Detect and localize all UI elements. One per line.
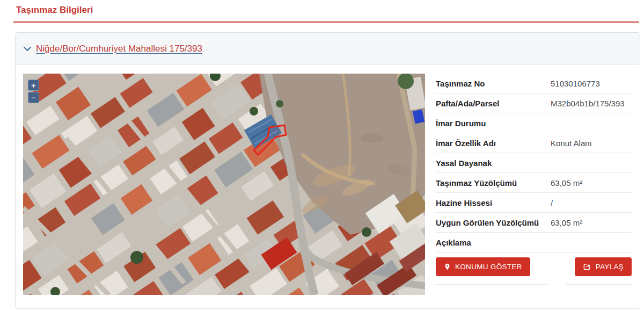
share-label: PAYLAŞ	[596, 263, 624, 271]
show-location-cell: KONUMU GÖSTER	[436, 257, 547, 285]
card-body: + − Taşınmaz No 51030106773 Pafta/Ada/Pa…	[16, 65, 640, 308]
share-cell: PAYLAŞ	[566, 257, 632, 285]
row-value: 51030106773	[551, 79, 600, 88]
table-row: Taşınmaz No 51030106773	[436, 74, 632, 93]
row-label: Yasal Dayanak	[436, 158, 551, 168]
property-card: Niğde/Bor/Cumhuriyet Mahallesi 175/393	[15, 32, 640, 309]
table-row: Taşınmaz Yüzölçümü 63,05 m²	[436, 173, 632, 193]
row-label: Hazine Hissesi	[436, 198, 551, 207]
show-location-button[interactable]: KONUMU GÖSTER	[436, 257, 530, 276]
property-collapse-header[interactable]: Niğde/Bor/Cumhuriyet Mahallesi 175/393	[16, 33, 640, 65]
actions-row: KONUMU GÖSTER PAYLAŞ	[436, 257, 632, 285]
row-value: 63,05 m²	[551, 218, 582, 227]
property-details-table: Taşınmaz No 51030106773 Pafta/Ada/Parsel…	[436, 74, 632, 295]
row-value: M32b04b1b/175/393	[551, 99, 625, 108]
row-value: /	[551, 198, 553, 207]
table-row: İmar Özellik Adı Konut Alanı	[436, 133, 632, 153]
row-label: Açıklama	[436, 238, 551, 247]
show-location-label: KONUMU GÖSTER	[455, 263, 522, 271]
row-label: İmar Özellik Adı	[436, 139, 551, 148]
row-label: İmar Durumu	[436, 119, 551, 128]
table-row: Yasal Dayanak	[436, 153, 632, 173]
table-row: İmar Durumu	[436, 113, 632, 133]
property-location-link[interactable]: Niğde/Bor/Cumhuriyet Mahallesi 175/393	[36, 44, 202, 54]
row-label: Uygun Görülen Yüzölçümü	[436, 218, 551, 227]
satellite-map[interactable]: + −	[23, 74, 425, 295]
chevron-down-icon[interactable]	[23, 45, 32, 53]
map-zoom-in-button[interactable]: +	[28, 80, 39, 91]
share-button[interactable]: PAYLAŞ	[575, 257, 632, 276]
satellite-map-image	[23, 74, 425, 295]
table-row: Uygun Görülen Yüzölçümü 63,05 m²	[436, 213, 632, 233]
title-divider	[13, 21, 639, 23]
row-value: Konut Alanı	[551, 139, 592, 148]
map-zoom-controls: + −	[28, 80, 39, 103]
share-icon	[583, 263, 591, 271]
page-title: Taşınmaz Bilgileri	[16, 5, 644, 16]
table-row: Pafta/Ada/Parsel M32b04b1b/175/393	[436, 93, 632, 113]
row-label: Taşınmaz No	[436, 79, 551, 88]
table-row: Açıklama	[436, 233, 632, 253]
map-zoom-out-button[interactable]: −	[28, 92, 39, 103]
location-pin-icon	[444, 263, 451, 271]
row-label: Taşınmaz Yüzölçümü	[436, 178, 551, 188]
row-label: Pafta/Ada/Parsel	[436, 99, 551, 108]
row-value: 63,05 m²	[551, 178, 582, 188]
table-row: Hazine Hissesi /	[436, 193, 632, 213]
